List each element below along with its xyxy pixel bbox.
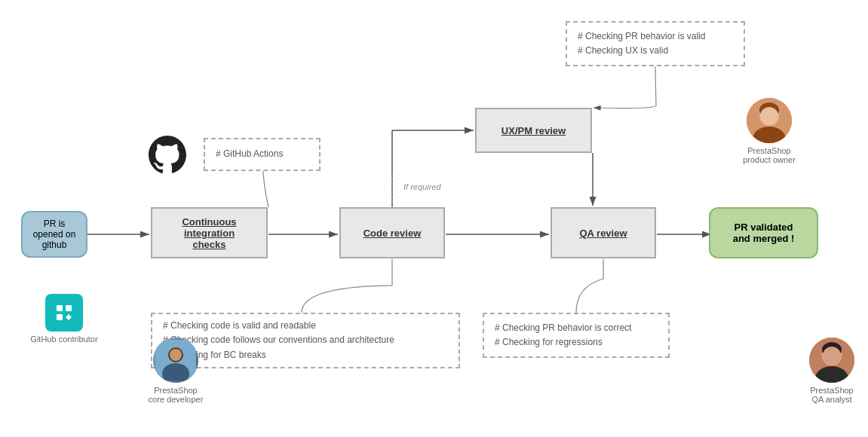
dashed-qa-checks: # Checking PR behavior is correct # Chec… [483,313,670,358]
qa-checks-label: # Checking PR behavior is correct # Chec… [495,321,631,350]
dashed-ux-checks: # Checking PR behavior is valid # Checki… [566,21,745,66]
qa-analyst-label: PrestaShop QA analyst [798,386,866,404]
svg-point-20 [760,107,778,125]
if-required-label: If required [403,179,441,193]
svg-point-25 [823,347,841,365]
svg-point-15 [170,349,182,361]
node-pr-opened: PR is opened on github [21,207,87,261]
svg-rect-11 [57,314,63,320]
dashed-github-actions: # GitHub Actions [204,138,321,171]
svg-rect-9 [57,305,63,311]
product-owner-label: PrestaShop product owner [735,146,803,164]
diagram-container: PR is opened on github Continuous integr… [0,0,868,437]
node-qa-review: QA review [551,207,656,258]
qa-review-label: QA review [579,228,627,239]
node-code-review: Code review [339,207,445,258]
github-contributor-label: GitHub contributor [30,335,98,344]
svg-rect-10 [66,305,72,311]
node-pr-validated: PR validated and merged ! [709,207,818,258]
pr-opened-label: PR is opened on github [33,218,76,250]
prestashop-qa-analyst-actor: PrestaShop QA analyst [798,338,866,404]
prestashop-product-owner-actor: PrestaShop product owner [735,98,803,164]
node-ux-review: UX/PM review [475,108,592,153]
core-dev-label: PrestaShop core developer [142,386,210,404]
ux-review-label: UX/PM review [501,125,566,136]
github-actions-label: # GitHub Actions [216,147,283,161]
github-contributor-actor: GitHub contributor [30,294,98,344]
node-ci-checks: Continuous integration checks [151,207,268,258]
pr-validated-label: PR validated and merged ! [733,222,795,244]
code-review-label: Code review [363,228,422,239]
prestashop-core-dev-actor: PrestaShop core developer [142,338,210,404]
github-icon-actor [145,134,190,179]
ux-checks-label: # Checking PR behavior is valid # Checki… [578,29,705,58]
ci-checks-label: Continuous integration checks [163,216,256,250]
